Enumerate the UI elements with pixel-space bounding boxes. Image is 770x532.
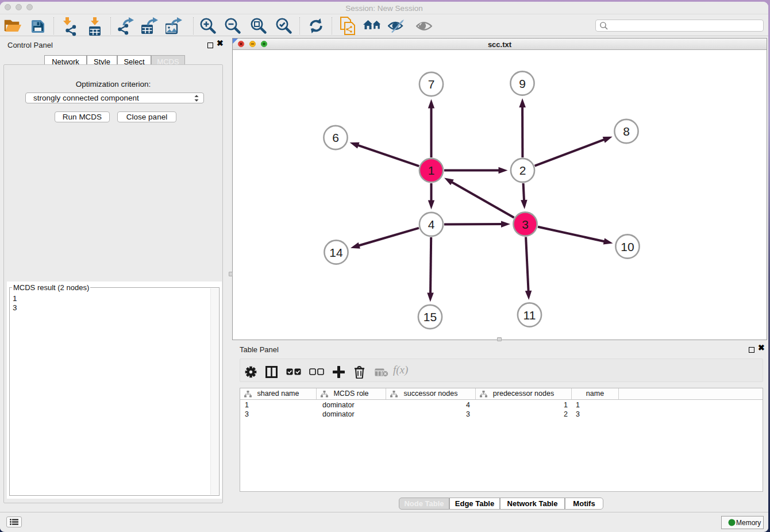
svg-text:6: 6 <box>332 131 339 144</box>
svg-text:9: 9 <box>519 77 526 90</box>
svg-text:10: 10 <box>621 240 634 253</box>
svg-text:1: 1 <box>428 164 435 177</box>
svg-text:4: 4 <box>428 218 435 231</box>
svg-text:11: 11 <box>523 309 536 322</box>
svg-text:7: 7 <box>428 78 435 91</box>
svg-text:15: 15 <box>424 310 437 323</box>
svg-text:8: 8 <box>623 125 630 138</box>
svg-text:3: 3 <box>522 218 529 231</box>
svg-text:14: 14 <box>329 246 343 259</box>
svg-text:2: 2 <box>519 164 526 177</box>
